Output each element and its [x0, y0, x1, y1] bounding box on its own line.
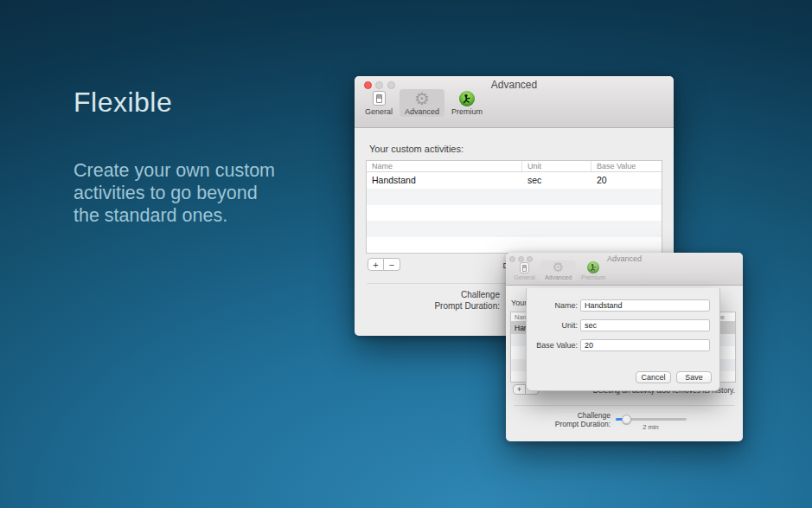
gear-icon: ⚙ — [553, 261, 564, 273]
cell-name: Handstand — [367, 172, 522, 189]
empty-row — [367, 189, 662, 205]
toolbar-front: General ⚙ Advanced Premium — [510, 260, 609, 281]
challenge-line-1: Challenge — [523, 411, 611, 420]
column-base-value[interactable]: Base Value — [591, 161, 662, 171]
add-activity-button[interactable]: + — [368, 258, 384, 271]
tab-premium[interactable]: Premium — [446, 89, 488, 117]
activities-label: Your custom activities: — [369, 144, 464, 154]
switch-icon — [376, 94, 382, 103]
hero-line-2: activities to go beyond — [74, 182, 275, 204]
titlebar-front[interactable]: Advanced General ⚙ Advanced Prem — [506, 253, 743, 286]
gear-icon: ⚙ — [414, 91, 430, 106]
separator — [514, 405, 735, 406]
tab-advanced[interactable]: ⚙ Advanced — [540, 260, 576, 281]
edit-activity-sheet: Name: Unit: Base Value: Cancel Save — [526, 288, 720, 391]
challenge-line-1: Challenge — [389, 290, 500, 301]
tab-premium-label: Premium — [451, 107, 483, 116]
general-icon — [520, 262, 529, 273]
tab-general[interactable]: General — [510, 261, 539, 281]
hero-title: Flexible — [74, 87, 172, 119]
column-name[interactable]: Name — [367, 161, 522, 171]
tab-advanced-label: Advanced — [405, 107, 439, 116]
cell-base-value: 20 — [591, 172, 662, 189]
empty-row — [367, 237, 662, 254]
cancel-button[interactable]: Cancel — [636, 371, 671, 383]
tab-general-label: General — [514, 274, 535, 280]
name-field[interactable] — [580, 299, 710, 312]
hero-line-1: Create your own custom — [74, 159, 275, 182]
exercise-figure-icon — [459, 91, 475, 106]
tab-premium[interactable]: Premium — [578, 260, 609, 281]
unit-field[interactable] — [580, 319, 710, 331]
unit-label: Unit: — [527, 321, 578, 330]
exercise-figure-icon — [587, 261, 599, 273]
challenge-duration-label: Challenge Prompt Duration: — [523, 411, 611, 428]
premium-icon — [459, 91, 475, 106]
titlebar-back[interactable]: Advanced General ⚙ Advanced Prem — [355, 76, 674, 128]
settings-window-front: Advanced General ⚙ Advanced Prem — [506, 253, 743, 441]
tab-general-label: General — [365, 107, 393, 116]
add-activity-button[interactable]: + — [513, 384, 526, 395]
challenge-line-2: Prompt Duration: — [523, 420, 611, 428]
tab-advanced[interactable]: ⚙ Advanced — [400, 89, 444, 117]
toolbar-back: General ⚙ Advanced Premium — [360, 89, 488, 117]
remove-activity-button[interactable]: − — [384, 258, 400, 271]
base-value-field[interactable] — [580, 339, 710, 351]
cell-unit: sec — [522, 172, 591, 189]
hero-line-3: the standard ones. — [74, 204, 275, 227]
add-remove-control: + − — [368, 258, 400, 271]
name-label: Name: — [527, 301, 578, 310]
premium-icon — [587, 261, 599, 273]
tab-general[interactable]: General — [360, 89, 398, 117]
table-header: Name Unit Base Value — [367, 161, 662, 172]
challenge-line-2: Prompt Duration: — [389, 301, 500, 312]
challenge-duration-label: Challenge Prompt Duration: — [389, 290, 500, 312]
general-icon — [373, 91, 386, 106]
empty-row — [367, 221, 662, 237]
base-value-label: Base Value: — [527, 341, 578, 350]
save-button[interactable]: Save — [676, 371, 712, 383]
table-row[interactable]: Handstand sec 20 — [367, 172, 662, 189]
activities-table: Name Unit Base Value Handstand sec 20 — [366, 160, 662, 254]
empty-row — [367, 205, 662, 222]
column-unit[interactable]: Unit — [522, 161, 591, 171]
tab-advanced-label: Advanced — [545, 274, 572, 280]
hero-description: Create your own custom activities to go … — [74, 159, 275, 227]
switch-icon — [522, 265, 527, 272]
duration-slider-value: 2 min — [627, 423, 675, 431]
tab-premium-label: Premium — [581, 274, 605, 280]
